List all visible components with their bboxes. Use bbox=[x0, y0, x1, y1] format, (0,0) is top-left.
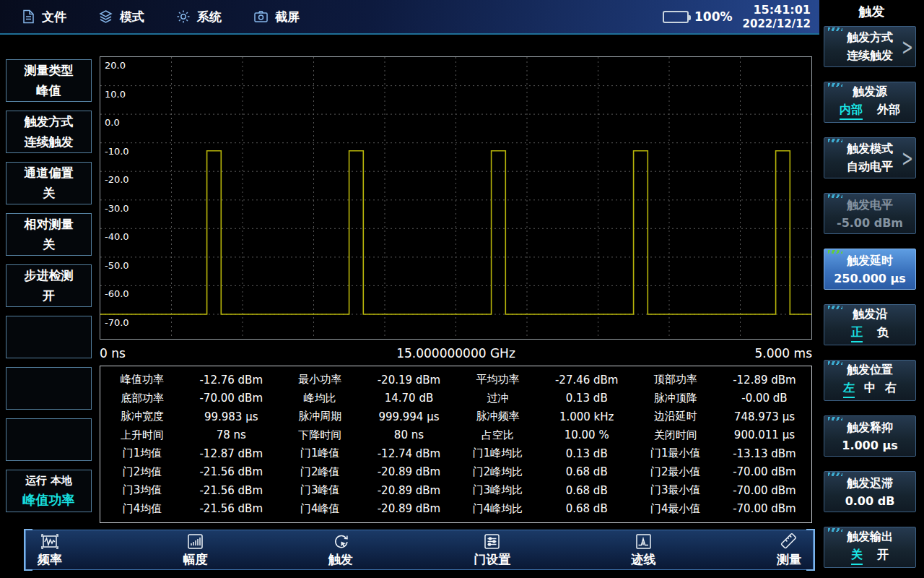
bar-corner-bracket bbox=[806, 529, 815, 571]
table-row: 上升时间78 ns下降时间80 ns占空比10.00 %关闭时间900.011 … bbox=[100, 428, 811, 442]
tab-trigger[interactable]: 触发 bbox=[328, 532, 353, 568]
gate-settings-icon bbox=[483, 532, 501, 551]
table-row: 门4均值-21.56 dBm门4峰值-20.89 dBm门4峰均比0.68 dB… bbox=[100, 502, 811, 516]
measure-icon bbox=[780, 532, 798, 551]
table-label: 门1均值 bbox=[100, 447, 184, 460]
table-value: -70.00 dBm bbox=[718, 502, 811, 515]
table-value: -70.00 dBm bbox=[718, 465, 811, 478]
table-value: 900.011 μs bbox=[718, 428, 811, 441]
table-value: 0.68 dB bbox=[540, 502, 634, 515]
trigger-type-summary-button[interactable]: 触发方式 连续触发 bbox=[6, 111, 92, 153]
trigger-mode-button[interactable]: 触发模式 自动电平 bbox=[824, 137, 916, 178]
option-left[interactable]: 左 bbox=[843, 381, 855, 398]
button-value: 自动电平 bbox=[847, 160, 893, 175]
table-label: 门3最小值 bbox=[634, 483, 718, 497]
svg-text:-20.0: -20.0 bbox=[105, 174, 129, 185]
run-status-box: 运行 本地 峰值功率 bbox=[6, 470, 92, 512]
button-title: 触发释抑 bbox=[847, 420, 893, 436]
button-title: 测量类型 bbox=[25, 62, 74, 79]
trigger-output-button[interactable]: 触发输出 关 开 bbox=[824, 527, 916, 568]
table-value: -20.89 dBm bbox=[362, 484, 456, 497]
table-label: 底部功率 bbox=[100, 392, 184, 405]
trigger-edge-button[interactable]: 触发沿 正 负 bbox=[824, 304, 916, 345]
step-detect-button[interactable]: 步进检测 开 bbox=[6, 264, 92, 307]
svg-text:-70.0: -70.0 bbox=[105, 317, 129, 328]
table-value: 1.000 kHz bbox=[540, 410, 634, 423]
trigger-type-button[interactable]: 触发方式 连续触发 bbox=[824, 26, 916, 67]
tab-label: 触发 bbox=[328, 551, 353, 568]
datetime-display: 15:41:01 2022/12/12 bbox=[743, 3, 811, 31]
table-value: -20.89 dBm bbox=[362, 502, 456, 515]
trigger-source-button[interactable]: 触发源 内部 外部 bbox=[824, 82, 916, 123]
menu-label: 截屏 bbox=[275, 9, 300, 25]
x-stop-label: 5.000 ms bbox=[755, 346, 813, 361]
table-row: 峰值功率-12.76 dBm最小功率-20.19 dBm平均功率-27.46 d… bbox=[100, 373, 811, 387]
button-value: 0.00 dB bbox=[845, 494, 895, 508]
menu-mode[interactable]: 模式 bbox=[98, 9, 144, 25]
trigger-holdoff-button[interactable]: 触发释抑 1.000 μs bbox=[824, 415, 916, 457]
table-label: 脉冲频率 bbox=[456, 410, 539, 423]
trigger-delay-button[interactable]: 触发延时 250.000 μs bbox=[824, 249, 916, 290]
table-label: 上升时间 bbox=[100, 428, 184, 442]
button-title: 相对测量 bbox=[25, 216, 74, 233]
option-external[interactable]: 外部 bbox=[877, 103, 900, 118]
system-gear-icon bbox=[176, 9, 191, 24]
option-off[interactable]: 关 bbox=[851, 548, 863, 565]
measurement-settings-panel: 测量类型 峰值 触发方式 连续触发 通道偏置 关 相对测量 关 步进检测 开 运… bbox=[6, 59, 92, 512]
svg-text:-40.0: -40.0 bbox=[105, 231, 129, 242]
battery-icon bbox=[663, 11, 689, 23]
table-label: 门2均值 bbox=[100, 465, 184, 479]
tab-label: 频率 bbox=[38, 551, 62, 568]
measure-type-button[interactable]: 测量类型 峰值 bbox=[6, 59, 92, 102]
table-label: 门4峰均比 bbox=[456, 502, 539, 516]
measurement-table: 峰值功率-12.76 dBm最小功率-20.19 dBm平均功率-27.46 d… bbox=[100, 366, 812, 523]
table-value: -27.46 dBm bbox=[540, 374, 634, 387]
trigger-level-button: 触发电平 -5.00 dBm bbox=[824, 193, 916, 234]
svg-text:20.0: 20.0 bbox=[105, 60, 126, 71]
battery-percent: 100% bbox=[694, 9, 733, 24]
svg-text:10.0: 10.0 bbox=[105, 89, 126, 100]
table-label: 峰值功率 bbox=[100, 373, 184, 387]
channel-offset-button[interactable]: 通道偏置 关 bbox=[6, 162, 92, 204]
option-positive[interactable]: 正 bbox=[851, 325, 863, 342]
right-panel-title: 触发 bbox=[819, 3, 924, 20]
table-value: -12.89 dBm bbox=[718, 374, 811, 387]
table-label: 门2峰均比 bbox=[456, 465, 539, 479]
tab-trace[interactable]: 迹线 bbox=[632, 532, 656, 568]
table-label: 关闭时间 bbox=[634, 428, 718, 442]
button-title: 触发位置 bbox=[847, 363, 893, 378]
table-value: 14.70 dB bbox=[362, 392, 456, 405]
table-row: 门1均值-12.87 dBm门1峰值-12.74 dBm门1峰均比0.13 dB… bbox=[100, 447, 811, 460]
tab-amplitude[interactable]: 幅度 bbox=[183, 532, 207, 568]
menu-file[interactable]: 文件 bbox=[22, 9, 66, 25]
run-state-label: 运行 本地 bbox=[25, 474, 72, 488]
trigger-position-button[interactable]: 触发位置 左 中 右 bbox=[824, 360, 916, 401]
option-center[interactable]: 中 bbox=[864, 381, 876, 396]
tab-frequency[interactable]: 频率 bbox=[38, 532, 62, 568]
tab-gate-settings[interactable]: 门设置 bbox=[474, 532, 510, 568]
menu-screenshot[interactable]: 截屏 bbox=[253, 9, 300, 25]
svg-text:-60.0: -60.0 bbox=[105, 288, 129, 299]
button-value: 峰值 bbox=[37, 82, 61, 99]
table-label: 门3均值 bbox=[100, 483, 184, 497]
option-negative[interactable]: 负 bbox=[877, 325, 889, 340]
table-label: 脉冲宽度 bbox=[100, 410, 184, 423]
clock-date: 2022/12/12 bbox=[743, 17, 811, 31]
option-internal[interactable]: 内部 bbox=[840, 103, 863, 120]
option-on[interactable]: 开 bbox=[877, 548, 889, 563]
trigger-hysteresis-button[interactable]: 触发迟滞 0.00 dB bbox=[824, 471, 916, 512]
bar-corner-bracket bbox=[24, 529, 32, 571]
pulse-waveform-chart: 20.010.00.0-10.0-20.0-30.0-40.0-50.0-60.… bbox=[100, 56, 812, 340]
table-value: 99.983 μs bbox=[184, 410, 278, 423]
menu-system[interactable]: 系统 bbox=[176, 9, 222, 25]
screenshot-camera-icon bbox=[253, 9, 269, 24]
file-icon bbox=[22, 9, 35, 24]
relative-measure-button[interactable]: 相对测量 关 bbox=[6, 213, 92, 256]
table-row: 底部功率-70.00 dBm峰均比14.70 dB过冲0.13 dB脉冲顶降-0… bbox=[100, 392, 811, 405]
option-right[interactable]: 右 bbox=[885, 381, 897, 396]
table-value: 0.13 dB bbox=[540, 392, 634, 405]
table-value: -12.76 dBm bbox=[184, 374, 278, 387]
tab-measure[interactable]: 测量 bbox=[777, 532, 801, 568]
x-start-label: 0 ns bbox=[100, 346, 126, 361]
table-label: 占空比 bbox=[456, 428, 539, 442]
